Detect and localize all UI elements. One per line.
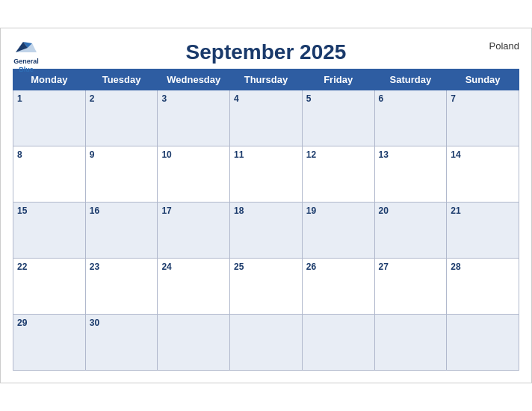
day-number: 21 <box>451 206 515 216</box>
table-row: 2 <box>85 90 158 146</box>
day-number: 10 <box>161 149 226 160</box>
calendar-container: General Blue September 2025 Poland Monda… <box>0 28 532 383</box>
day-number: 3 <box>161 93 226 104</box>
table-row: 15 <box>13 203 86 259</box>
logo: General Blue <box>13 36 40 74</box>
day-number: 9 <box>90 149 154 160</box>
table-row: 22 <box>13 259 86 315</box>
day-number: 13 <box>379 149 443 160</box>
day-number: 19 <box>306 206 371 216</box>
header-thursday: Thursday <box>230 69 303 90</box>
calendar-header: General Blue September 2025 Poland <box>13 36 519 64</box>
table-row: 27 <box>374 259 447 315</box>
header-saturday: Saturday <box>374 69 447 90</box>
day-number: 28 <box>451 262 515 272</box>
table-row: 13 <box>374 146 447 203</box>
day-number: 26 <box>306 262 371 272</box>
table-row: 28 <box>447 259 519 315</box>
day-number: 18 <box>234 206 298 216</box>
day-number: 5 <box>306 93 371 104</box>
day-number: 16 <box>90 206 154 216</box>
table-row: 5 <box>302 90 374 146</box>
day-number: 2 <box>90 93 154 104</box>
calendar-week-row: 891011121314 <box>13 146 519 203</box>
table-row: 7 <box>447 90 519 146</box>
day-number: 30 <box>90 318 154 328</box>
table-row <box>374 315 447 371</box>
table-row: 8 <box>13 146 86 203</box>
calendar-body: 1234567891011121314151617181920212223242… <box>13 90 519 371</box>
logo-icon <box>13 36 40 57</box>
table-row <box>447 315 519 371</box>
day-number: 14 <box>451 149 515 160</box>
day-number: 17 <box>161 206 226 216</box>
table-row: 4 <box>230 90 303 146</box>
weekday-header-row: Monday Tuesday Wednesday Thursday Friday… <box>13 69 519 90</box>
table-row: 25 <box>230 259 303 315</box>
day-number: 1 <box>17 93 81 104</box>
calendar-week-row: 2930 <box>13 315 519 371</box>
table-row: 16 <box>85 203 158 259</box>
day-number: 22 <box>17 262 81 272</box>
day-number: 8 <box>17 149 81 160</box>
table-row: 21 <box>447 203 519 259</box>
calendar-week-row: 1234567 <box>13 90 519 146</box>
table-row: 20 <box>374 203 447 259</box>
country-label: Poland <box>489 40 519 52</box>
logo-text-general: General <box>13 58 39 66</box>
day-number: 4 <box>234 93 298 104</box>
day-number: 11 <box>234 149 298 160</box>
day-number: 23 <box>90 262 154 272</box>
day-number: 12 <box>306 149 371 160</box>
table-row: 23 <box>85 259 158 315</box>
table-row: 14 <box>447 146 519 203</box>
calendar-table: Monday Tuesday Wednesday Thursday Friday… <box>13 69 519 371</box>
table-row: 29 <box>13 315 86 371</box>
day-number: 29 <box>17 318 81 328</box>
table-row: 18 <box>230 203 303 259</box>
table-row: 3 <box>158 90 230 146</box>
day-number: 15 <box>17 206 81 216</box>
table-row: 17 <box>158 203 230 259</box>
day-number: 6 <box>379 93 443 104</box>
table-row <box>230 315 303 371</box>
table-row: 30 <box>85 315 158 371</box>
table-row: 24 <box>158 259 230 315</box>
day-number: 7 <box>451 93 515 104</box>
table-row <box>158 315 230 371</box>
calendar-title: September 2025 <box>186 40 347 64</box>
header-tuesday: Tuesday <box>85 69 158 90</box>
day-number: 20 <box>379 206 443 216</box>
table-row: 9 <box>85 146 158 203</box>
table-row: 6 <box>374 90 447 146</box>
logo-text-blue: Blue <box>19 66 34 74</box>
header-wednesday: Wednesday <box>158 69 230 90</box>
calendar-week-row: 22232425262728 <box>13 259 519 315</box>
table-row: 12 <box>302 146 374 203</box>
day-number: 25 <box>234 262 298 272</box>
day-number: 24 <box>161 262 226 272</box>
table-row: 11 <box>230 146 303 203</box>
header-sunday: Sunday <box>447 69 519 90</box>
table-row: 10 <box>158 146 230 203</box>
table-row <box>302 315 374 371</box>
header-friday: Friday <box>302 69 374 90</box>
table-row: 26 <box>302 259 374 315</box>
table-row: 1 <box>13 90 86 146</box>
table-row: 19 <box>302 203 374 259</box>
calendar-week-row: 15161718192021 <box>13 203 519 259</box>
day-number: 27 <box>379 262 443 272</box>
